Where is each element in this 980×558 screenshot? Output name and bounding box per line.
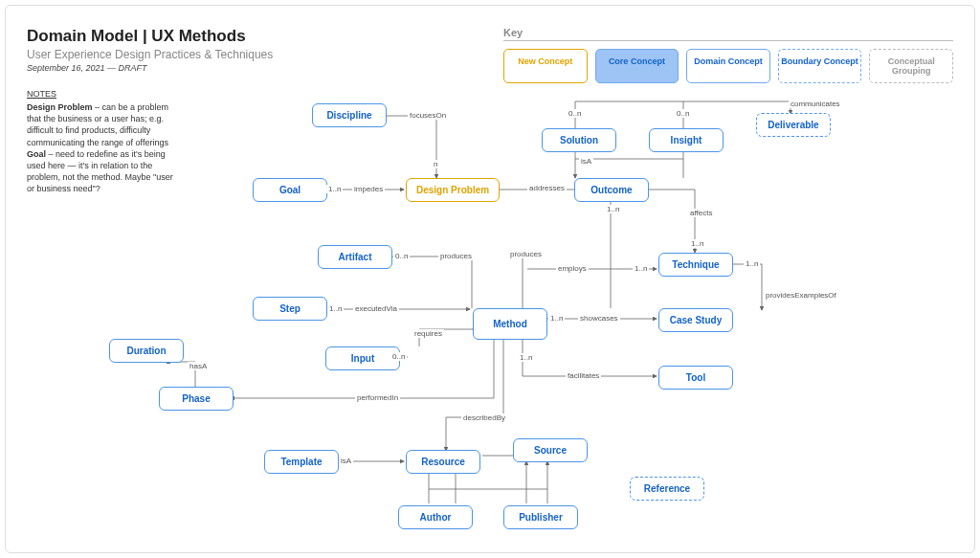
notes-block: NOTES Design Problem – can be a problem …	[27, 88, 180, 194]
notes-heading: NOTES	[27, 88, 180, 100]
node-goal[interactable]: Goal	[253, 178, 327, 202]
edge-1n-6: 1..n	[327, 304, 344, 313]
node-reference[interactable]: Reference	[630, 477, 704, 501]
node-insight[interactable]: Insight	[649, 128, 724, 152]
edge-0n-3: 0..n	[393, 252, 410, 260]
legend-row: New Concept Core Concept Domain Concept …	[503, 49, 953, 83]
note-goal-text: – need to redefine as it's being used he…	[27, 149, 173, 193]
edge-communicates: communicates	[789, 100, 842, 108]
node-deliverable[interactable]: Deliverable	[756, 113, 831, 137]
node-outcome[interactable]: Outcome	[574, 178, 649, 202]
edge-described-by: describedBy	[461, 413, 507, 422]
node-author[interactable]: Author	[398, 505, 473, 529]
edge-isa-1: isA	[579, 157, 593, 166]
edge-1n-3: 1..n	[689, 239, 705, 248]
node-case-study[interactable]: Case Study	[658, 308, 733, 332]
page-subtitle: User Experience Design Practices & Techn…	[27, 48, 273, 61]
note-dp-label: Design Problem	[27, 102, 93, 112]
edge-1n-8: 1..n	[518, 353, 534, 362]
edge-employs: employs	[556, 264, 589, 273]
edge-produces-1: produces	[438, 252, 474, 260]
legend-boundary-concept: Boundary Concept	[778, 49, 862, 83]
node-design-problem[interactable]: Design Problem	[406, 178, 500, 202]
node-source[interactable]: Source	[513, 438, 588, 462]
edge-1n-4: 1..n	[633, 264, 649, 273]
node-artifact[interactable]: Artifact	[318, 245, 392, 269]
node-solution[interactable]: Solution	[542, 128, 616, 152]
edge-1n-2: 1..n	[605, 205, 621, 213]
legend: Key New Concept Core Concept Domain Conc…	[503, 27, 953, 83]
page-title: Domain Model | UX Methods	[27, 27, 273, 46]
edge-requires: requires	[412, 329, 444, 338]
node-tool[interactable]: Tool	[658, 366, 733, 390]
edge-focuses-on: focusesOn	[408, 111, 448, 120]
edge-showcases: showcases	[578, 314, 620, 323]
edge-0n-1: 0..n	[567, 109, 583, 118]
edge-isa-2: isA	[339, 457, 353, 465]
edge-performed-in: performedIn	[355, 393, 400, 402]
edge-0n-2: 0..n	[675, 109, 691, 118]
note-goal: Goal – need to redefine as it's being us…	[27, 148, 180, 195]
legend-label: Key	[503, 27, 953, 41]
edge-1n-7: 1..n	[548, 314, 565, 323]
node-phase[interactable]: Phase	[159, 387, 234, 411]
edge-n-1: n	[432, 160, 439, 168]
edge-affects: affects	[688, 209, 714, 217]
node-technique[interactable]: Technique	[658, 253, 733, 277]
edge-has-a: hasA	[188, 362, 209, 370]
edge-impedes: impedes	[352, 185, 385, 193]
edge-facilitates: facilitates	[566, 371, 601, 380]
edge-produces-2: produces	[508, 250, 544, 258]
edge-addresses: addresses	[527, 184, 567, 192]
header: Domain Model | UX Methods User Experienc…	[27, 27, 273, 73]
node-input[interactable]: Input	[325, 346, 400, 370]
legend-new-concept: New Concept	[503, 49, 588, 83]
note-design-problem: Design Problem – can be a problem that t…	[27, 101, 180, 148]
node-publisher[interactable]: Publisher	[503, 505, 578, 529]
node-template[interactable]: Template	[264, 450, 339, 474]
node-resource[interactable]: Resource	[406, 450, 480, 474]
legend-domain-concept: Domain Concept	[686, 49, 770, 83]
edge-1n-1: 1..n	[326, 185, 343, 193]
edge-provides-examples: providesExamplesOf	[764, 291, 838, 300]
edge-executed-via: executedVia	[353, 304, 399, 313]
note-goal-label: Goal	[27, 149, 46, 159]
edge-1n-5: 1..n	[744, 259, 760, 268]
legend-core-concept: Core Concept	[595, 49, 679, 83]
legend-conceptual-group: Conceptual Grouping	[869, 49, 953, 83]
node-step[interactable]: Step	[253, 297, 327, 321]
node-discipline[interactable]: Discipline	[312, 103, 387, 127]
node-duration[interactable]: Duration	[109, 339, 184, 363]
page-meta: September 16, 2021 — DRAFT	[27, 63, 273, 73]
node-method[interactable]: Method	[473, 308, 547, 340]
